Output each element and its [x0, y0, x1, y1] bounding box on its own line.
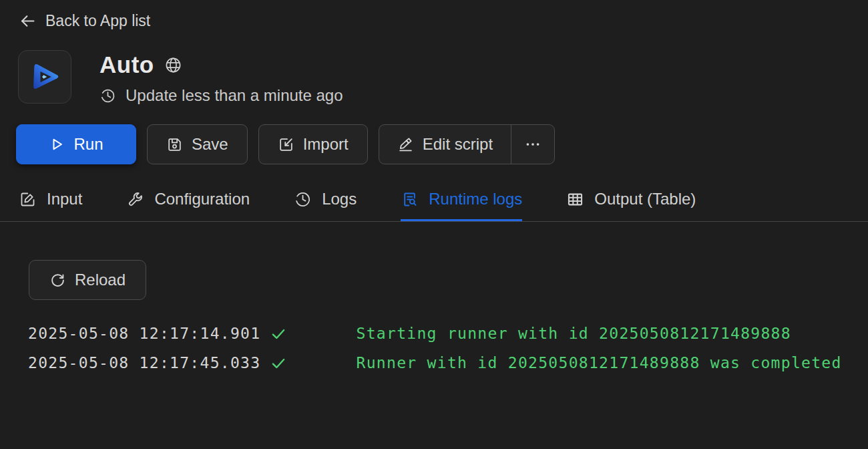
edit-script-button-label: Edit script: [423, 135, 493, 154]
more-actions-button[interactable]: [511, 125, 554, 164]
ellipsis-icon: [524, 136, 541, 153]
tab-bar: Input Configuration Logs Runtime: [0, 190, 868, 222]
log-output: 2025-05-08 12:17:14.901 Starting runner …: [28, 319, 868, 378]
edit-pencil-icon: [397, 136, 414, 153]
run-button[interactable]: Run: [16, 124, 136, 164]
clock-icon: [99, 88, 116, 104]
run-button-label: Run: [73, 135, 103, 154]
app-title: Auto: [99, 51, 154, 78]
tab-label: Configuration: [154, 190, 250, 208]
reload-icon: [49, 272, 66, 289]
back-link-label: Back to App list: [45, 12, 150, 30]
log-message: Starting runner with id 2025050812171489…: [357, 325, 791, 342]
globe-icon: [164, 56, 182, 74]
runtime-logs-panel: Reload 2025-05-08 12:17:14.901 Starting …: [0, 222, 868, 378]
updated-text: Update less than a minute ago: [126, 86, 343, 105]
log-entry: 2025-05-08 12:17:45.033 Runner with id 2…: [28, 348, 868, 378]
edit-script-button-group: Edit script: [379, 124, 555, 164]
tab-configuration[interactable]: Configuration: [126, 190, 250, 221]
import-button[interactable]: Import: [258, 124, 368, 164]
back-to-app-list-link[interactable]: Back to App list: [0, 0, 150, 30]
wrench-icon: [126, 190, 144, 208]
tab-label: Input: [47, 190, 82, 208]
tab-runtime-logs[interactable]: Runtime logs: [401, 190, 522, 221]
app-header: Auto Update less than a minute ago: [18, 50, 868, 105]
play-icon: [49, 136, 65, 152]
import-button-label: Import: [303, 135, 349, 154]
reload-button-label: Reload: [75, 271, 126, 289]
edit-script-button[interactable]: Edit script: [379, 125, 511, 164]
check-icon: [270, 320, 351, 407]
arrow-left-icon: [19, 12, 37, 30]
tab-label: Logs: [322, 190, 357, 208]
table-icon: [566, 190, 584, 208]
log-message: Runner with id 2025050812171489888 was c…: [357, 354, 842, 371]
import-icon: [278, 136, 294, 153]
document-search-icon: [401, 190, 419, 208]
save-button-label: Save: [192, 135, 228, 154]
log-entry: 2025-05-08 12:17:14.901 Starting runner …: [28, 319, 868, 348]
tab-output-table[interactable]: Output (Table): [566, 190, 696, 221]
app-logo: [18, 50, 71, 104]
log-timestamp: 2025-05-08 12:17:45.033: [28, 354, 260, 371]
tab-input[interactable]: Input: [19, 190, 82, 221]
tab-label: Runtime logs: [429, 190, 522, 208]
reload-button[interactable]: Reload: [29, 260, 146, 300]
history-clock-icon: [294, 190, 312, 208]
log-timestamp: 2025-05-08 12:17:14.901: [28, 325, 260, 342]
input-edit-icon: [19, 190, 37, 208]
save-button[interactable]: Save: [147, 124, 248, 164]
save-icon: [166, 136, 183, 153]
toolbar: Run Save Import: [16, 124, 868, 164]
tab-logs[interactable]: Logs: [294, 190, 357, 221]
tab-label: Output (Table): [594, 190, 696, 208]
